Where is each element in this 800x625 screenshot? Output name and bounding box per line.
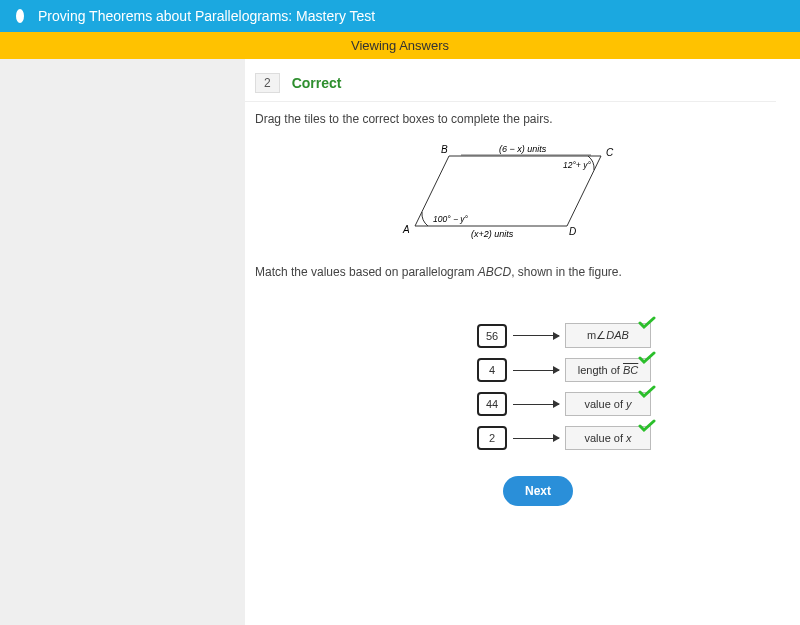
pair-row: 44 value of y <box>477 392 651 416</box>
arrow-icon <box>513 438 559 439</box>
left-gutter <box>0 59 245 625</box>
tile-target-mDAB[interactable]: m∠DAB <box>565 323 651 348</box>
pair-row: 2 value of x <box>477 426 651 450</box>
question-panel: 2 Correct Drag the tiles to the correct … <box>245 59 800 625</box>
tile-value[interactable]: 56 <box>477 324 507 348</box>
tile-target-label: length of BC <box>578 364 639 376</box>
check-icon <box>638 351 656 365</box>
page-title: Proving Theorems about Parallelograms: M… <box>38 8 375 24</box>
tile-target-label: value of y <box>584 398 631 410</box>
arrow-icon <box>513 335 559 336</box>
pair-row: 56 m∠DAB <box>477 323 651 348</box>
sub-instruction: Match the values based on parallelogram … <box>245 265 776 279</box>
tile-value[interactable]: 2 <box>477 426 507 450</box>
arrow-icon <box>513 404 559 405</box>
sub-instruction-prefix: Match the values based on parallelogram <box>255 265 478 279</box>
check-icon <box>638 385 656 399</box>
sub-instruction-shape: ABCD <box>478 265 511 279</box>
banner-text: Viewing Answers <box>351 38 449 53</box>
vertex-D: D <box>569 226 576 237</box>
pair-row: 4 length of BC <box>477 358 651 382</box>
tile-target-label: value of x <box>584 432 631 444</box>
vertex-B: B <box>441 144 448 155</box>
question-number: 2 <box>255 73 280 93</box>
top-side-label: (6 − x) units <box>499 144 547 154</box>
vertex-C: C <box>606 147 614 158</box>
bottom-side-label: (x+2) units <box>471 229 514 239</box>
angle-C-label: 12°+ y° <box>563 160 591 170</box>
top-bar: Proving Theorems about Parallelograms: M… <box>0 0 800 32</box>
check-icon <box>638 316 656 330</box>
sub-instruction-suffix: , shown in the figure. <box>511 265 622 279</box>
vertex-A: A <box>402 224 410 235</box>
logo-icon <box>16 9 24 23</box>
viewing-answers-banner: Viewing Answers <box>0 32 800 59</box>
question-instruction: Drag the tiles to the correct boxes to c… <box>245 112 776 126</box>
question-header: 2 Correct <box>245 73 776 93</box>
parallelogram-svg: B C A D (6 − x) units (x+2) units 100° −… <box>391 138 631 248</box>
matching-pairs: 56 m∠DAB 4 length of BC 44 value <box>477 323 776 450</box>
parallelogram-figure: B C A D (6 − x) units (x+2) units 100° −… <box>245 138 776 251</box>
arrow-icon <box>513 370 559 371</box>
tile-target-valueY[interactable]: value of y <box>565 392 651 416</box>
next-button[interactable]: Next <box>503 476 573 506</box>
check-icon <box>638 419 656 433</box>
question-status: Correct <box>292 75 342 91</box>
content-wrap: 2 Correct Drag the tiles to the correct … <box>0 59 800 625</box>
tile-value[interactable]: 4 <box>477 358 507 382</box>
tile-target-lengthBC[interactable]: length of BC <box>565 358 651 382</box>
tile-target-label: m∠DAB <box>587 329 629 341</box>
tile-target-valueX[interactable]: value of x <box>565 426 651 450</box>
angle-A-label: 100° − y° <box>433 214 469 224</box>
tile-value[interactable]: 44 <box>477 392 507 416</box>
divider <box>245 101 776 102</box>
